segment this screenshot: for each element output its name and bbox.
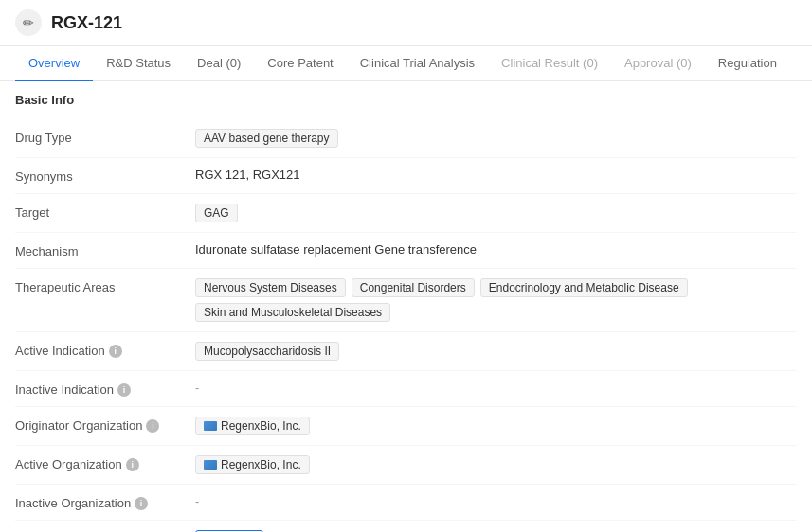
page-title: RGX-121 <box>51 13 122 33</box>
field-row-drug-highest-phase: Drug Highest PhaseiPhase 2/3 <box>15 521 797 532</box>
field-value-mechanism: Iduronate sulfatase replacement Gene tra… <box>195 242 797 257</box>
content-area: Basic Info Drug TypeAAV based gene thera… <box>0 81 812 532</box>
field-value-inactive-org: - <box>195 494 797 508</box>
mechanism-text: Iduronate sulfatase replacement Gene tra… <box>195 242 477 257</box>
nav-tabs: OverviewR&D StatusDeal (0)Core PatentCli… <box>0 46 812 81</box>
tag-therapeutic-areas: Nervous System Diseases <box>195 278 346 297</box>
field-label-synonyms: Synonyms <box>15 168 195 184</box>
field-label-text-mechanism: Mechanism <box>15 244 78 258</box>
dash-value-inactive-org: - <box>195 494 199 508</box>
field-label-active-org: Active Organizationi <box>15 455 195 471</box>
field-label-text-therapeutic-areas: Therapeutic Areas <box>15 280 116 294</box>
field-value-originator-org: RegenxBio, Inc. <box>195 417 797 435</box>
section-title: Basic Info <box>15 81 797 115</box>
field-value-inactive-indication: - <box>195 381 797 395</box>
field-row-inactive-org: Inactive Organizationi- <box>15 485 797 521</box>
field-value-target: GAG <box>195 204 797 222</box>
fields-list: Drug TypeAAV based gene therapySynonymsR… <box>15 119 797 532</box>
field-label-target: Target <box>15 204 195 220</box>
field-value-active-indication: Mucopolysaccharidosis II <box>195 342 797 361</box>
field-row-active-indication: Active IndicationiMucopolysaccharidosis … <box>15 332 797 371</box>
field-label-originator-org: Originator Organizationi <box>15 417 195 433</box>
tab-clinical-result: Clinical Result (0) <box>488 46 611 81</box>
field-row-mechanism: MechanismIduronate sulfatase replacement… <box>15 233 797 269</box>
tag-active-indication: Mucopolysaccharidosis II <box>195 342 339 361</box>
tag-therapeutic-areas: Congenital Disorders <box>352 278 475 297</box>
tab-clinical-trial[interactable]: Clinical Trial Analysis <box>347 46 488 81</box>
info-icon-active-indication[interactable]: i <box>109 345 122 358</box>
dash-value-inactive-indication: - <box>195 381 199 395</box>
field-label-text-drug-type: Drug Type <box>15 131 72 145</box>
tag-org-active-org[interactable]: RegenxBio, Inc. <box>195 455 310 474</box>
tab-deal[interactable]: Deal (0) <box>184 46 254 81</box>
tab-approval: Approval (0) <box>611 46 705 81</box>
field-value-drug-type: AAV based gene therapy <box>195 129 797 148</box>
org-name: RegenxBio, Inc. <box>221 458 301 471</box>
field-row-therapeutic-areas: Therapeutic AreasNervous System Diseases… <box>15 269 797 332</box>
tab-rd-status[interactable]: R&D Status <box>93 46 184 81</box>
field-label-therapeutic-areas: Therapeutic Areas <box>15 278 195 294</box>
field-label-drug-type: Drug Type <box>15 129 195 145</box>
field-label-text-active-org: Active Organization <box>15 457 122 471</box>
field-row-originator-org: Originator OrganizationiRegenxBio, Inc. <box>15 407 797 446</box>
field-label-mechanism: Mechanism <box>15 242 195 258</box>
info-icon-active-org[interactable]: i <box>126 458 139 471</box>
tag-org-originator-org[interactable]: RegenxBio, Inc. <box>195 417 310 435</box>
tag-target: GAG <box>195 204 238 222</box>
field-row-drug-type: Drug TypeAAV based gene therapy <box>15 119 797 158</box>
field-row-synonyms: SynonymsRGX 121, RGX121 <box>15 158 797 194</box>
field-label-inactive-org: Inactive Organizationi <box>15 494 195 510</box>
plain-value-synonyms: RGX 121, RGX121 <box>195 168 300 182</box>
info-icon-originator-org[interactable]: i <box>146 419 159 433</box>
field-label-text-active-indication: Active Indication <box>15 344 105 358</box>
field-value-active-org: RegenxBio, Inc. <box>195 455 797 474</box>
tab-regulation[interactable]: Regulation <box>705 46 790 81</box>
field-label-text-originator-org: Originator Organization <box>15 418 142 433</box>
field-label-text-inactive-org: Inactive Organization <box>15 496 131 510</box>
pencil-icon: ✏ <box>23 15 34 30</box>
field-label-inactive-indication: Inactive Indicationi <box>15 381 195 397</box>
tab-overview[interactable]: Overview <box>15 46 93 81</box>
header-icon: ✏ <box>15 9 42 36</box>
tag-therapeutic-areas: Skin and Musculoskeletal Diseases <box>195 303 390 322</box>
info-icon-inactive-indication[interactable]: i <box>117 383 131 397</box>
tag-therapeutic-areas: Endocrinology and Metabolic Disease <box>480 278 688 297</box>
field-value-therapeutic-areas: Nervous System DiseasesCongenital Disord… <box>195 278 797 322</box>
header: ✏ RGX-121 <box>0 0 812 46</box>
field-label-text-target: Target <box>15 205 49 220</box>
field-label-active-indication: Active Indicationi <box>15 342 195 358</box>
field-row-inactive-indication: Inactive Indicationi- <box>15 371 797 407</box>
field-row-active-org: Active OrganizationiRegenxBio, Inc. <box>15 446 797 485</box>
field-row-target: TargetGAG <box>15 194 797 233</box>
field-value-synonyms: RGX 121, RGX121 <box>195 168 797 182</box>
org-icon <box>204 460 217 470</box>
info-icon-inactive-org[interactable]: i <box>135 497 148 510</box>
org-name: RegenxBio, Inc. <box>221 419 301 433</box>
field-label-text-inactive-indication: Inactive Indication <box>15 382 114 397</box>
org-icon <box>204 421 217 431</box>
field-label-text-synonyms: Synonyms <box>15 169 73 184</box>
tab-core-patent[interactable]: Core Patent <box>254 46 346 81</box>
tag-drug-type: AAV based gene therapy <box>195 129 338 148</box>
